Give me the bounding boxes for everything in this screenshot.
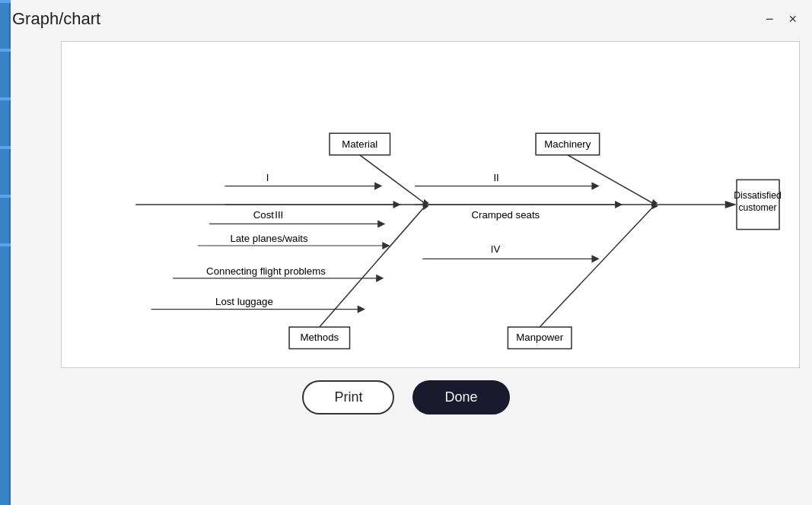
svg-line-2 bbox=[360, 155, 427, 205]
title-bar: Graph/chart − × bbox=[0, 0, 812, 35]
left-marks bbox=[0, 0, 11, 505]
manpower-label: Manpower bbox=[516, 332, 563, 343]
fishbone-chart-container: Dissatisfied customer Material I Cost Ma… bbox=[61, 41, 800, 368]
svg-marker-27 bbox=[591, 255, 599, 262]
label-cramped: Cramped seats bbox=[471, 209, 540, 221]
title-bar-left: Graph/chart bbox=[12, 9, 100, 29]
label-II: II bbox=[493, 172, 498, 183]
left-edge-bar bbox=[0, 0, 11, 505]
label-cost: Cost bbox=[253, 209, 275, 221]
svg-line-8 bbox=[568, 155, 655, 205]
label-IV: IV bbox=[491, 243, 501, 255]
done-button[interactable]: Done bbox=[412, 380, 509, 414]
close-button[interactable]: × bbox=[785, 11, 800, 27]
label-III: III bbox=[275, 209, 283, 221]
button-row: Print Done bbox=[0, 380, 812, 414]
svg-marker-21 bbox=[376, 275, 384, 282]
svg-marker-11 bbox=[591, 182, 599, 189]
label-lost-luggage: Lost luggage bbox=[215, 296, 273, 307]
material-label: Material bbox=[342, 138, 377, 150]
svg-marker-13 bbox=[615, 201, 623, 208]
title-bar-controls: − × bbox=[763, 11, 800, 27]
label-I: I bbox=[266, 172, 269, 183]
svg-marker-1 bbox=[725, 201, 737, 208]
svg-line-14 bbox=[320, 205, 427, 327]
svg-marker-23 bbox=[358, 305, 365, 313]
effect-label-2: customer bbox=[738, 202, 776, 213]
label-late-planes: Late planes/waits bbox=[230, 233, 308, 244]
svg-line-24 bbox=[540, 205, 655, 327]
main-window: Graph/chart − × Dissatisfied customer Ma… bbox=[0, 0, 812, 505]
fishbone-svg: Dissatisfied customer Material I Cost Ma… bbox=[62, 42, 799, 367]
label-connecting: Connecting flight problems bbox=[206, 265, 326, 277]
print-button[interactable]: Print bbox=[302, 380, 394, 414]
svg-marker-17 bbox=[377, 220, 385, 227]
methods-label: Methods bbox=[300, 332, 339, 343]
minimize-button[interactable]: − bbox=[763, 11, 777, 27]
svg-marker-7 bbox=[393, 201, 401, 208]
svg-marker-5 bbox=[374, 182, 382, 189]
machinery-label: Machinery bbox=[544, 138, 591, 150]
window-title: Graph/chart bbox=[12, 9, 100, 29]
effect-label-1: Dissatisfied bbox=[734, 190, 782, 201]
